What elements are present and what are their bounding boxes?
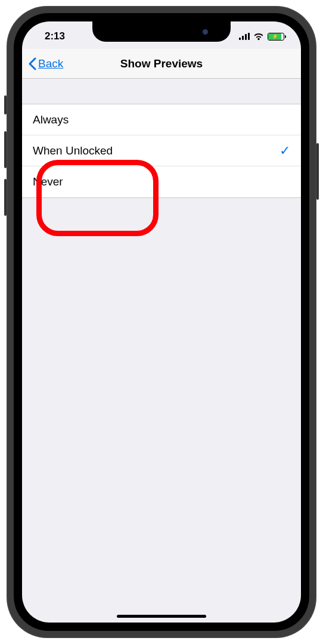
back-label: Back bbox=[38, 57, 63, 70]
option-always[interactable]: Always bbox=[22, 104, 301, 135]
power-button[interactable] bbox=[316, 143, 319, 200]
option-never[interactable]: Never bbox=[22, 166, 301, 197]
notch bbox=[92, 21, 231, 42]
wifi-icon bbox=[253, 33, 264, 41]
option-when-unlocked[interactable]: When Unlocked ✓ bbox=[22, 135, 301, 166]
cellular-signal-icon bbox=[239, 33, 250, 40]
screen: 2:13 ⚡ bbox=[22, 21, 301, 623]
status-time: 2:13 bbox=[45, 30, 65, 42]
volume-down-button[interactable] bbox=[4, 179, 7, 216]
section-spacer bbox=[22, 79, 301, 104]
device-frame: 2:13 ⚡ bbox=[7, 6, 316, 638]
option-label: Never bbox=[33, 175, 63, 188]
option-label: When Unlocked bbox=[33, 144, 113, 157]
navigation-bar: Back Show Previews bbox=[22, 49, 301, 79]
device-bezel: 2:13 ⚡ bbox=[14, 13, 309, 631]
mute-switch[interactable] bbox=[4, 95, 7, 114]
back-button[interactable]: Back bbox=[28, 49, 63, 78]
options-list: Always When Unlocked ✓ Never bbox=[22, 104, 301, 198]
home-indicator[interactable] bbox=[117, 615, 206, 618]
status-indicators: ⚡ bbox=[239, 33, 284, 41]
battery-charging-icon: ⚡ bbox=[268, 33, 284, 41]
option-label: Always bbox=[33, 113, 69, 126]
checkmark-icon: ✓ bbox=[279, 143, 290, 159]
page-title: Show Previews bbox=[120, 57, 203, 70]
chevron-left-icon bbox=[28, 57, 37, 70]
volume-up-button[interactable] bbox=[4, 131, 7, 168]
front-camera bbox=[203, 29, 208, 35]
